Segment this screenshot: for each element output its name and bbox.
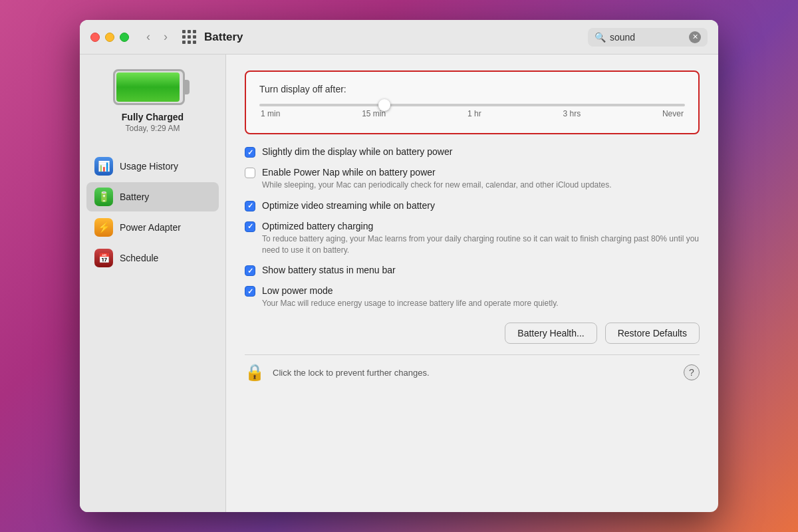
traffic-lights bbox=[90, 33, 129, 42]
battery-nav-icon: 🔋 bbox=[94, 188, 113, 206]
option-low-power: ✓ Low power mode Your Mac will reduce en… bbox=[245, 285, 700, 309]
battery-status-container: Fully Charged Today, 9:29 AM bbox=[113, 68, 193, 133]
bottom-buttons: Battery Health... Restore Defaults bbox=[245, 323, 700, 349]
minimize-button[interactable] bbox=[105, 33, 114, 42]
lock-icon[interactable]: 🔒 bbox=[245, 363, 265, 382]
slider-label-1hr: 1 hr bbox=[467, 109, 481, 118]
sidebar-nav: 📊 Usage History 🔋 Battery ⚡ Power Adapte… bbox=[86, 152, 219, 274]
maximize-button[interactable] bbox=[120, 33, 129, 42]
slider-label-3hrs: 3 hrs bbox=[563, 109, 581, 118]
checkbox-dim-display[interactable]: ✓ bbox=[245, 147, 255, 158]
grid-icon[interactable] bbox=[182, 30, 196, 44]
schedule-label: Schedule bbox=[120, 253, 158, 263]
battery-health-button[interactable]: Battery Health... bbox=[505, 323, 597, 344]
usage-history-icon: 📊 bbox=[94, 157, 113, 176]
option-label-low-power: Low power mode bbox=[262, 285, 700, 296]
footer-text: Click the lock to prevent further change… bbox=[273, 368, 676, 378]
slider-labels: 1 min 15 min 1 hr 3 hrs Never bbox=[259, 109, 685, 118]
back-button[interactable]: ‹ bbox=[142, 29, 154, 45]
search-clear-button[interactable]: ✕ bbox=[689, 31, 701, 43]
option-label-optimized-charging: Optimized battery charging bbox=[262, 221, 700, 231]
option-optimized-charging: ✓ Optimized battery charging To reduce b… bbox=[245, 221, 700, 256]
main-content: Turn display off after: 1 min 15 min 1 h… bbox=[226, 55, 718, 512]
option-power-nap: Enable Power Nap while on battery power … bbox=[245, 167, 700, 191]
checkbox-show-status[interactable]: ✓ bbox=[245, 265, 255, 276]
checkbox-power-nap[interactable] bbox=[245, 168, 255, 178]
restore-defaults-button[interactable]: Restore Defaults bbox=[605, 323, 700, 344]
search-icon: 🔍 bbox=[595, 32, 606, 43]
slider-container[interactable]: 1 min 15 min 1 hr 3 hrs Never bbox=[259, 104, 685, 118]
footer-bar: 🔒 Click the lock to prevent further chan… bbox=[245, 354, 700, 384]
battery-time-label: Today, 9:29 AM bbox=[126, 124, 180, 133]
option-show-status: ✓ Show battery status in menu bar bbox=[245, 265, 700, 276]
sidebar-item-battery[interactable]: 🔋 Battery bbox=[86, 182, 219, 211]
slider-label-1min: 1 min bbox=[261, 109, 280, 118]
battery-status-label: Fully Charged bbox=[122, 112, 184, 122]
nav-buttons: ‹ › bbox=[142, 29, 172, 45]
option-label-dim-display: Slightly dim the display while on batter… bbox=[262, 146, 700, 157]
close-button[interactable] bbox=[90, 33, 100, 42]
help-button[interactable]: ? bbox=[684, 364, 700, 380]
option-dim-display: ✓ Slightly dim the display while on batt… bbox=[245, 146, 700, 158]
checkbox-optimize-video[interactable]: ✓ bbox=[245, 201, 255, 211]
schedule-icon: 📅 bbox=[94, 249, 113, 267]
option-optimize-video: ✓ Optimize video streaming while on batt… bbox=[245, 200, 700, 211]
sidebar-item-power-adapter[interactable]: ⚡ Power Adapter bbox=[86, 213, 219, 242]
search-value[interactable]: sound bbox=[610, 32, 685, 43]
battery-fill bbox=[116, 72, 180, 102]
sidebar-item-schedule[interactable]: 📅 Schedule bbox=[86, 243, 219, 273]
option-label-optimize-video: Optimize video streaming while on batter… bbox=[262, 200, 700, 211]
checkbox-optimized-charging[interactable]: ✓ bbox=[245, 221, 255, 232]
battery-body bbox=[113, 69, 185, 105]
power-adapter-icon: ⚡ bbox=[94, 218, 113, 237]
slider-label-never: Never bbox=[662, 109, 684, 118]
option-desc-power-nap: While sleeping, your Mac can periodicall… bbox=[262, 180, 700, 191]
option-desc-low-power: Your Mac will reduce energy usage to inc… bbox=[262, 298, 700, 309]
battery-tip bbox=[184, 80, 190, 94]
option-label-power-nap: Enable Power Nap while on battery power bbox=[262, 167, 700, 178]
option-desc-optimized-charging: To reduce battery aging, your Mac learns… bbox=[262, 233, 700, 256]
battery-visual bbox=[113, 68, 193, 106]
sidebar: Fully Charged Today, 9:29 AM 📊 Usage His… bbox=[80, 55, 226, 512]
slider-track bbox=[259, 104, 685, 106]
system-preferences-window: ‹ › Battery 🔍 sound ✕ bbox=[80, 20, 718, 512]
power-adapter-label: Power Adapter bbox=[120, 222, 181, 233]
battery-label: Battery bbox=[120, 192, 149, 202]
slider-title: Turn display off after: bbox=[259, 84, 685, 94]
titlebar: ‹ › Battery 🔍 sound ✕ bbox=[80, 20, 718, 55]
sidebar-item-usage-history[interactable]: 📊 Usage History bbox=[86, 152, 219, 181]
window-title: Battery bbox=[204, 31, 588, 44]
search-box[interactable]: 🔍 sound ✕ bbox=[588, 28, 708, 47]
content-area: Fully Charged Today, 9:29 AM 📊 Usage His… bbox=[80, 55, 718, 512]
usage-history-label: Usage History bbox=[120, 161, 178, 172]
slider-section: Turn display off after: 1 min 15 min 1 h… bbox=[245, 70, 700, 134]
forward-button[interactable]: › bbox=[160, 29, 172, 45]
option-label-show-status: Show battery status in menu bar bbox=[262, 265, 700, 275]
checkbox-low-power[interactable]: ✓ bbox=[245, 286, 255, 297]
